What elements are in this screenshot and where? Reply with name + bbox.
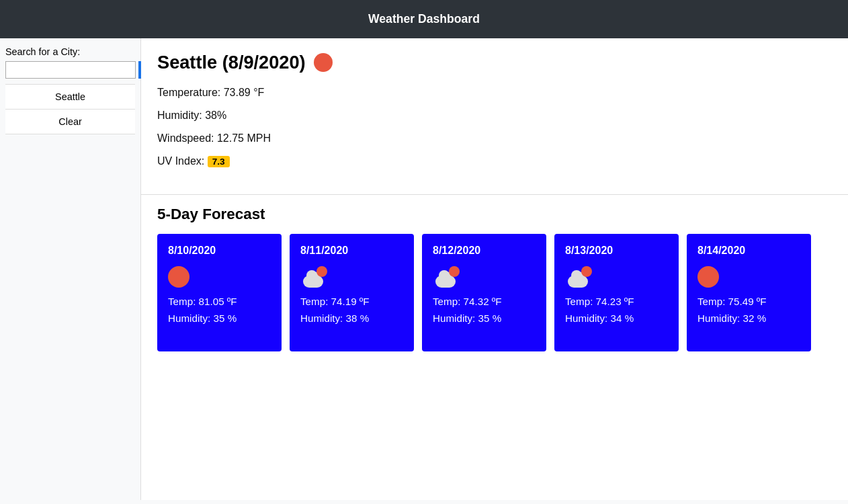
forecast-date: 8/12/2020 <box>433 245 536 257</box>
temperature-detail: Temperature: 73.89 °F <box>157 87 832 99</box>
forecast-temp: Temp: 81.05 ºF <box>168 296 271 307</box>
city-title-row: Seattle (8/9/2020) <box>157 52 832 73</box>
windspeed-detail: Windspeed: 12.75 MPH <box>157 132 832 144</box>
forecast-date: 8/14/2020 <box>697 245 800 257</box>
sun-icon <box>168 266 189 288</box>
forecast-icon <box>168 265 271 289</box>
search-row <box>5 61 135 79</box>
humidity-detail: Humidity: 38% <box>157 110 832 122</box>
forecast-temp: Temp: 74.32 ºF <box>433 296 536 307</box>
app-header: Weather Dashboard <box>0 0 848 38</box>
search-label: Search for a City: <box>5 46 135 57</box>
sidebar-clear-button[interactable]: Clear <box>5 110 135 134</box>
forecast-humidity: Humidity: 35 % <box>168 312 271 324</box>
cloud-sun-icon <box>300 266 327 288</box>
uv-detail: UV Index: 7.3 <box>157 155 832 167</box>
forecast-humidity: Humidity: 34 % <box>565 312 668 324</box>
forecast-icon <box>300 265 403 289</box>
forecast-date: 8/13/2020 <box>565 245 668 257</box>
current-weather-icon <box>314 53 333 72</box>
current-weather-card: Seattle (8/9/2020) Temperature: 73.89 °F… <box>141 38 848 195</box>
forecast-humidity: Humidity: 35 % <box>433 312 536 324</box>
city-heading: Seattle (8/9/2020) <box>157 52 306 73</box>
forecast-cards: 8/10/2020Temp: 81.05 ºFHumidity: 35 %8/1… <box>157 234 832 351</box>
uv-badge: 7.3 <box>208 156 230 167</box>
forecast-card-0: 8/10/2020Temp: 81.05 ºFHumidity: 35 % <box>157 234 282 351</box>
main-content: Seattle (8/9/2020) Temperature: 73.89 °F… <box>141 38 848 500</box>
forecast-card-1: 8/11/2020Temp: 74.19 ºFHumidity: 38 % <box>290 234 414 351</box>
forecast-card-2: 8/12/2020Temp: 74.32 ºFHumidity: 35 % <box>422 234 546 351</box>
sidebar: Search for a City: Seattle Clear <box>0 38 141 500</box>
forecast-temp: Temp: 75.49 ºF <box>697 296 800 307</box>
forecast-section: 5-Day Forecast 8/10/2020Temp: 81.05 ºFHu… <box>141 195 848 368</box>
cloud-sun-icon <box>433 266 460 288</box>
forecast-temp: Temp: 74.23 ºF <box>565 296 668 307</box>
forecast-icon <box>433 265 536 289</box>
forecast-date: 8/10/2020 <box>168 245 271 257</box>
forecast-humidity: Humidity: 32 % <box>697 312 800 324</box>
forecast-card-3: 8/13/2020Temp: 74.23 ºFHumidity: 34 % <box>554 234 679 351</box>
sidebar-city-seattle[interactable]: Seattle <box>5 84 135 110</box>
forecast-humidity: Humidity: 38 % <box>300 312 403 324</box>
sun-icon <box>697 266 719 288</box>
cloud-sun-icon <box>565 266 592 288</box>
forecast-temp: Temp: 74.19 ºF <box>300 296 403 307</box>
forecast-icon <box>697 265 800 289</box>
app-title: Weather Dashboard <box>368 12 480 26</box>
forecast-card-4: 8/14/2020Temp: 75.49 ºFHumidity: 32 % <box>687 234 811 351</box>
search-input[interactable] <box>5 61 136 79</box>
forecast-date: 8/11/2020 <box>300 245 403 257</box>
forecast-title: 5-Day Forecast <box>157 206 832 223</box>
forecast-icon <box>565 265 668 289</box>
